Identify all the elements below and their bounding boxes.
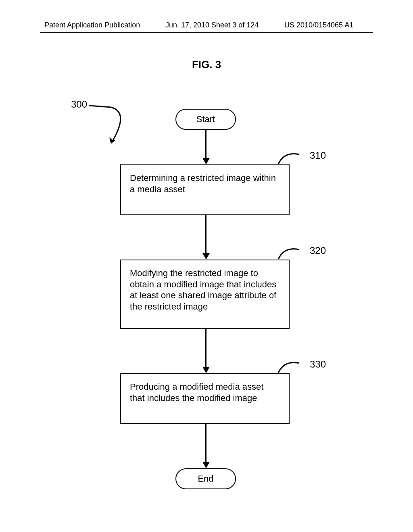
end-terminator: End [175,468,236,489]
figure-title: FIG. 3 [0,58,413,71]
step-320-text: Modifying the restricted image to obtain… [130,268,276,312]
header-rule [40,32,373,33]
header-right: US 2010/0154065 A1 [284,21,353,29]
step-330: Producing a modified media asset that in… [120,373,290,424]
arrow-310-320 [205,215,206,254]
lead-300 [89,104,153,152]
ref-320: 320 [310,245,326,256]
end-label: End [198,474,213,484]
ref-330: 330 [310,359,326,370]
arrow-320-330 [205,329,206,368]
callout-330 [278,359,307,375]
arrowhead-310-320 [202,253,210,260]
ref-300: 300 [71,99,87,110]
step-310-text: Determining a restricted image within a … [130,173,276,194]
page: Patent Application Publication Jun. 17, … [0,0,413,532]
arrowhead-start-310 [202,158,210,164]
step-330-text: Producing a modified media asset that in… [130,382,263,403]
start-label: Start [196,114,215,125]
arrowhead-320-330 [202,367,210,373]
start-terminator: Start [175,109,236,130]
step-320: Modifying the restricted image to obtain… [120,260,290,329]
callout-310 [278,150,307,166]
arrow-start-310 [205,130,206,159]
header-mid: Jun. 17, 2010 Sheet 3 of 124 [165,21,259,29]
callout-320 [278,245,307,262]
step-310: Determining a restricted image within a … [120,164,290,215]
ref-310: 310 [310,150,326,161]
arrowhead-330-end [202,462,210,468]
arrow-330-end [205,424,206,463]
header-left: Patent Application Publication [44,21,140,29]
